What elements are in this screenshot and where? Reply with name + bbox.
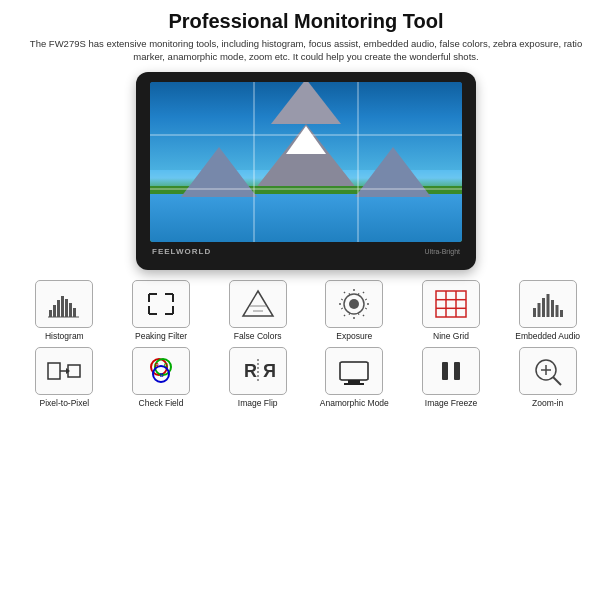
svg-text:R: R — [263, 361, 276, 381]
nine-grid-icon — [433, 288, 469, 320]
peaking-icon — [143, 288, 179, 320]
svg-point-32 — [349, 299, 359, 309]
anamorphic-icon — [336, 355, 372, 387]
svg-rect-63 — [442, 362, 448, 380]
svg-rect-43 — [555, 305, 558, 317]
check-field-label: Check Field — [139, 398, 184, 408]
svg-line-22 — [344, 315, 345, 316]
svg-rect-8 — [65, 299, 68, 317]
false-colors-icon — [240, 288, 276, 320]
histogram-icon-box — [35, 280, 93, 328]
image-flip-icon: R R — [240, 355, 276, 387]
peaking-icon-box — [132, 280, 190, 328]
page: Professional Monitoring Tool The FW279S … — [0, 0, 612, 612]
svg-line-21 — [363, 292, 364, 293]
svg-rect-44 — [560, 310, 563, 317]
anamorphic-icon-box — [325, 347, 383, 395]
svg-line-29 — [365, 308, 367, 309]
exposure-icon — [336, 288, 372, 320]
feature-peaking: Peaking Filter — [115, 280, 208, 341]
svg-text:R: R — [155, 362, 159, 368]
monitor-screen — [150, 82, 462, 242]
svg-rect-59 — [348, 380, 360, 383]
svg-rect-7 — [61, 296, 64, 317]
svg-text:R: R — [244, 361, 257, 381]
svg-rect-5 — [53, 305, 56, 317]
page-title: Professional Monitoring Tool — [168, 10, 443, 33]
svg-line-66 — [553, 377, 561, 385]
audio-icon-box — [519, 280, 577, 328]
svg-line-27 — [365, 299, 367, 300]
freeze-label: Image Freeze — [425, 398, 477, 408]
svg-rect-45 — [48, 363, 60, 379]
feature-nine-grid: Nine Grid — [405, 280, 498, 341]
pixel-label: Pixel-to-Pixel — [40, 398, 90, 408]
svg-rect-4 — [49, 310, 52, 317]
svg-rect-41 — [546, 294, 549, 317]
svg-rect-42 — [551, 300, 554, 317]
brand-tagline: Ultra-Bright — [425, 248, 460, 255]
false-colors-icon-box — [229, 280, 287, 328]
nine-grid-icon-box — [422, 280, 480, 328]
feature-pixel: Pixel-to-Pixel — [18, 347, 111, 408]
svg-rect-6 — [57, 300, 60, 317]
svg-text:G: G — [164, 362, 168, 368]
svg-rect-64 — [454, 362, 460, 380]
exposure-label: Exposure — [336, 331, 372, 341]
svg-text:B: B — [160, 372, 164, 378]
histogram-label: Histogram — [45, 331, 84, 341]
audio-label: Embedded Audio — [515, 331, 580, 341]
zoom-label: Zoom-in — [532, 398, 563, 408]
image-flip-label: Image Flip — [238, 398, 278, 408]
svg-rect-58 — [340, 362, 368, 380]
feature-check-field: R G B Check Field — [115, 347, 208, 408]
feature-zoom: Zoom-in — [501, 347, 594, 408]
feature-anamorphic: Anamorphic Mode — [308, 347, 401, 408]
feature-audio: Embedded Audio — [501, 280, 594, 341]
feature-exposure: Exposure — [308, 280, 401, 341]
svg-line-26 — [341, 299, 343, 300]
image-flip-icon-box: R R — [229, 347, 287, 395]
svg-rect-38 — [533, 308, 536, 317]
svg-marker-12 — [243, 291, 273, 316]
svg-line-28 — [341, 308, 343, 309]
screen-grid — [150, 82, 462, 242]
monitor: FEELWORLD Ultra-Bright — [136, 72, 476, 270]
histogram-icon — [46, 288, 82, 320]
zoom-icon-box — [519, 347, 577, 395]
anamorphic-label: Anamorphic Mode — [320, 398, 389, 408]
svg-line-23 — [363, 315, 364, 316]
svg-rect-9 — [69, 303, 72, 317]
svg-rect-60 — [344, 383, 364, 385]
svg-rect-39 — [537, 303, 540, 317]
audio-icon — [530, 288, 566, 320]
page-description: The FW279S has extensive monitoring tool… — [14, 37, 598, 64]
false-colors-label: False Colors — [234, 331, 282, 341]
check-field-icon: R G B — [143, 355, 179, 387]
freeze-icon-box — [422, 347, 480, 395]
features-grid: Histogram Peaking Filter — [14, 280, 598, 408]
check-field-icon-box: R G B — [132, 347, 190, 395]
feature-histogram: Histogram — [18, 280, 111, 341]
zoom-icon — [530, 355, 566, 387]
monitor-brand-bar: FEELWORLD Ultra-Bright — [150, 247, 462, 256]
svg-rect-10 — [73, 308, 76, 317]
feature-image-flip: R R Image Flip — [211, 347, 304, 408]
exposure-icon-box — [325, 280, 383, 328]
pixel-icon — [46, 355, 82, 387]
svg-rect-40 — [542, 298, 545, 317]
feature-false-colors: False Colors — [211, 280, 304, 341]
nine-grid-label: Nine Grid — [433, 331, 469, 341]
pixel-icon-box — [35, 347, 93, 395]
svg-line-20 — [344, 292, 345, 293]
svg-rect-33 — [436, 291, 466, 317]
brand-name: FEELWORLD — [152, 247, 211, 256]
freeze-icon — [433, 355, 469, 387]
feature-freeze: Image Freeze — [405, 347, 498, 408]
peaking-label: Peaking Filter — [135, 331, 187, 341]
